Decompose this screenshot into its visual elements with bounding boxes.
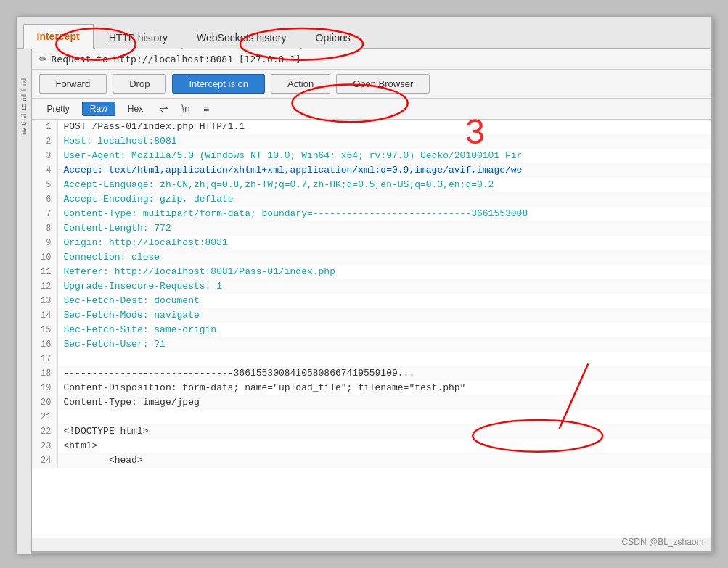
line-content: Accept: text/html,application/xhtml+xml,… <box>58 163 523 178</box>
line-content: Accept-Language: zh-CN,zh;q=0.8,zh-TW;q=… <box>58 178 494 192</box>
line-number: 10 <box>32 250 58 265</box>
table-row: 20Content-Type: image/jpeg <box>32 395 711 410</box>
side-label-sl: sl <box>20 114 28 119</box>
line-content: Accept-Encoding: gzip, deflate <box>58 192 234 207</box>
line-number: 4 <box>32 163 58 178</box>
main-content: ✏ Request to http://localhost:8081 [127.… <box>32 49 711 538</box>
line-content: Host: localhost:8081 <box>58 134 177 149</box>
watermark: CSDN @BL_zshaom <box>622 537 704 547</box>
table-row: 8Content-Length: 772 <box>32 221 711 236</box>
table-row: 23<html> <box>32 439 711 453</box>
side-label-nd: nd <box>20 78 28 86</box>
line-content <box>58 352 64 366</box>
line-content <box>58 410 64 424</box>
table-row: 3User-Agent: Mozilla/5.0 (Windows NT 10.… <box>32 149 711 163</box>
table-row: 19Content-Disposition: form-data; name="… <box>32 381 711 395</box>
table-row: 12Upgrade-Insecure-Requests: 1 <box>32 279 711 294</box>
main-window: Intercept HTTP history WebSockets histor… <box>16 16 713 553</box>
line-content: User-Agent: Mozilla/5.0 (Windows NT 10.0… <box>58 149 523 163</box>
newline-icon[interactable]: \n <box>177 102 195 116</box>
line-number: 19 <box>32 381 58 395</box>
line-number: 8 <box>32 221 58 236</box>
line-content: Upgrade-Insecure-Requests: 1 <box>58 279 222 294</box>
line-number: 17 <box>32 352 58 366</box>
raw-button[interactable]: Raw <box>82 102 115 116</box>
wrap-icon[interactable]: ⇌ <box>155 102 173 116</box>
line-content: <head> <box>58 453 143 468</box>
line-number: 24 <box>32 453 58 468</box>
table-row: 17 <box>32 352 711 366</box>
line-content: Connection: close <box>58 250 160 265</box>
line-number: 22 <box>32 424 58 439</box>
intercept-toggle-button[interactable]: Intercept is on <box>172 74 265 94</box>
table-row: 5Accept-Language: zh-CN,zh;q=0.8,zh-TW;q… <box>32 178 711 192</box>
table-row: 10Connection: close <box>32 250 711 265</box>
table-row: 11Referer: http://localhost:8081/Pass-01… <box>32 265 711 279</box>
table-row: 16Sec-Fetch-User: ?1 <box>32 337 711 352</box>
table-row: 6Accept-Encoding: gzip, deflate <box>32 192 711 207</box>
line-number: 3 <box>32 149 58 163</box>
line-content: Origin: http://localhost:8081 <box>58 236 228 250</box>
line-content: <!DOCTYPE html> <box>58 424 149 439</box>
line-content: Sec-Fetch-User: ?1 <box>58 337 165 352</box>
request-bar: ✏ Request to http://localhost:8081 [127.… <box>32 49 711 70</box>
line-content: Content-Type: image/jpeg <box>58 395 200 410</box>
line-number: 20 <box>32 395 58 410</box>
forward-button[interactable]: Forward <box>39 74 107 94</box>
pretty-button[interactable]: Pretty <box>39 102 78 116</box>
request-text: Request to http://localhost:8081 [127.0.… <box>52 54 301 65</box>
side-label-ml: ml <box>20 94 28 102</box>
side-labels: nd li ml 10 sl ti ma <box>17 49 32 554</box>
table-row: 18------------------------------36615530… <box>32 366 711 381</box>
line-number: 2 <box>32 134 58 149</box>
line-content: Sec-Fetch-Dest: document <box>58 294 200 308</box>
tab-websockets-history[interactable]: WebSockets history <box>183 25 300 49</box>
line-number: 5 <box>32 178 58 192</box>
table-row: 2Host: localhost:8081 <box>32 134 711 149</box>
drop-button[interactable]: Drop <box>113 74 166 94</box>
line-content: Referer: http://localhost:8081/Pass-01/i… <box>58 265 335 279</box>
line-content: Sec-Fetch-Site: same-origin <box>58 323 217 337</box>
table-row: 14Sec-Fetch-Mode: navigate <box>32 308 711 323</box>
table-row: 15Sec-Fetch-Site: same-origin <box>32 323 711 337</box>
format-bar: Pretty Raw Hex ⇌ \n ≡ <box>32 99 711 120</box>
line-number: 16 <box>32 337 58 352</box>
tab-intercept[interactable]: Intercept <box>23 24 94 49</box>
line-content: Content-Type: multipart/form-data; bound… <box>58 207 528 221</box>
table-row: 1POST /Pass-01/index.php HTTP/1.1 <box>32 120 711 134</box>
table-row: 7Content-Type: multipart/form-data; boun… <box>32 207 711 221</box>
line-number: 11 <box>32 265 58 279</box>
line-content: Content-Length: 772 <box>58 221 171 236</box>
table-row: 9Origin: http://localhost:8081 <box>32 236 711 250</box>
hex-button[interactable]: Hex <box>120 102 151 116</box>
tab-options[interactable]: Options <box>302 25 364 49</box>
open-browser-button[interactable]: Open Browser <box>336 74 430 94</box>
table-row: 22<!DOCTYPE html> <box>32 424 711 439</box>
tab-bar: Intercept HTTP history WebSockets histor… <box>17 17 711 49</box>
table-row: 13Sec-Fetch-Dest: document <box>32 294 711 308</box>
line-content: <html> <box>58 439 98 453</box>
code-area[interactable]: 1POST /Pass-01/index.php HTTP/1.12Host: … <box>32 120 711 538</box>
line-number: 18 <box>32 366 58 381</box>
line-number: 7 <box>32 207 58 221</box>
side-label-ti: ti <box>20 122 28 125</box>
side-label-ma: ma <box>20 128 28 137</box>
line-number: 23 <box>32 439 58 453</box>
line-number: 1 <box>32 120 58 134</box>
table-row: 24 <head> <box>32 453 711 468</box>
line-number: 21 <box>32 410 58 424</box>
line-number: 9 <box>32 236 58 250</box>
line-number: 13 <box>32 294 58 308</box>
menu-icon[interactable]: ≡ <box>199 102 213 116</box>
action-button[interactable]: Action <box>271 74 330 94</box>
line-number: 14 <box>32 308 58 323</box>
line-content: Sec-Fetch-Mode: navigate <box>58 308 200 323</box>
table-row: 4Accept: text/html,application/xhtml+xml… <box>32 163 711 178</box>
tab-http-history[interactable]: HTTP history <box>95 25 181 49</box>
line-number: 6 <box>32 192 58 207</box>
side-label-li: li <box>20 89 28 91</box>
line-content: ------------------------------3661553008… <box>58 366 415 381</box>
action-bar: Forward Drop Intercept is on Action Open… <box>32 70 711 99</box>
line-number: 15 <box>32 323 58 337</box>
line-content: POST /Pass-01/index.php HTTP/1.1 <box>58 120 245 134</box>
